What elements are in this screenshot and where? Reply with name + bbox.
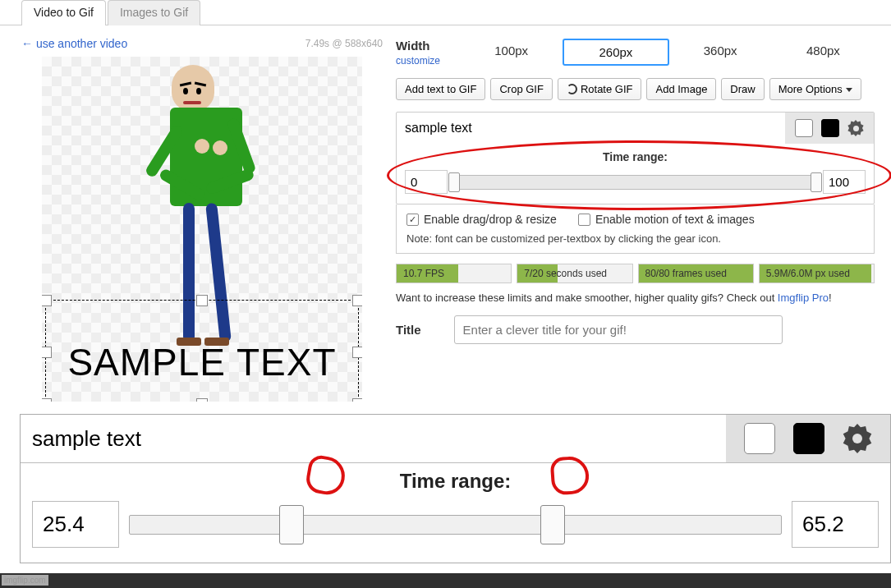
promo-text: Want to increase these limits and make s…: [396, 292, 875, 304]
time-range-label: Time range:: [405, 150, 866, 163]
zoom-color-tools: [726, 415, 890, 462]
resize-handle[interactable]: [42, 398, 52, 402]
crop-gif-button[interactable]: Crop GIF: [490, 78, 552, 100]
use-another-video-link[interactable]: ← use another video: [21, 37, 127, 50]
source-dimensions-label: 7.49s @ 588x640: [305, 38, 383, 49]
bottom-bar: [0, 573, 891, 588]
rotate-label: Rotate GIF: [581, 83, 633, 95]
range-start-handle[interactable]: [448, 172, 460, 192]
tab-video-to-gif[interactable]: Video to Gif: [21, 0, 106, 25]
frames-stat: 80/80 frames used: [638, 264, 754, 283]
zoom-range-label: Time range:: [32, 470, 879, 493]
range-end-handle[interactable]: [811, 172, 822, 192]
resize-handle[interactable]: [42, 347, 52, 358]
tab-bar: Video to Gif Images to Gif: [21, 0, 891, 25]
add-text-button[interactable]: Add text to GIF: [396, 78, 485, 100]
stats-row: 10.7 FPS 7/20 seconds used 80/80 frames …: [396, 264, 875, 283]
imgflip-pro-link[interactable]: Imgflip Pro: [778, 292, 829, 304]
checkbox-icon: [578, 214, 590, 226]
zoom-range-start-input[interactable]: [32, 501, 119, 548]
text-color-tools: [785, 113, 874, 144]
resize-handle[interactable]: [352, 295, 362, 306]
resize-handle[interactable]: [196, 295, 208, 306]
zoom-caption-input[interactable]: [21, 415, 726, 462]
gear-icon[interactable]: [847, 120, 864, 136]
seconds-stat: 7/20 seconds used: [517, 264, 632, 283]
motion-label: Enable motion of text & images: [595, 213, 755, 226]
width-label: Width: [396, 39, 430, 53]
zoom-outline-color-swatch[interactable]: [793, 423, 824, 454]
title-label: Title: [396, 323, 421, 337]
gear-icon[interactable]: [843, 424, 872, 453]
zoom-time-range-block: Time range:: [21, 463, 890, 563]
gif-preview[interactable]: SAMPLE TEXT: [42, 57, 362, 402]
zoom-start-handle[interactable]: [279, 505, 304, 544]
zoom-range-end-input[interactable]: [792, 501, 879, 548]
zoom-end-handle[interactable]: [540, 505, 565, 544]
zoom-detail-panel: Time range:: [20, 414, 891, 563]
action-toolbar: Add text to GIF Crop GIF Rotate GIF Add …: [396, 78, 875, 100]
enable-motion-checkbox[interactable]: Enable motion of text & images: [578, 213, 755, 226]
time-range-start-input[interactable]: [405, 170, 448, 194]
zoom-text-color-swatch[interactable]: [744, 423, 775, 454]
enable-drag-checkbox[interactable]: ✓Enable drag/drop & resize: [406, 213, 557, 226]
width-option-260[interactable]: 260px: [563, 39, 668, 66]
width-option-480[interactable]: 480px: [772, 39, 875, 66]
outline-color-swatch[interactable]: [821, 119, 839, 137]
resize-handle[interactable]: [352, 398, 362, 402]
more-label: More Options: [778, 83, 843, 95]
width-option-100[interactable]: 100px: [460, 39, 563, 66]
text-overlay-box[interactable]: SAMPLE TEXT: [45, 300, 359, 402]
drag-label: Enable drag/drop & resize: [424, 213, 557, 226]
tab-images-to-gif[interactable]: Images to Gif: [108, 0, 200, 25]
zoom-range-slider[interactable]: [129, 515, 782, 535]
resize-handle[interactable]: [196, 398, 208, 402]
draw-button[interactable]: Draw: [721, 78, 764, 100]
watermark: imgflip.com: [2, 575, 48, 586]
rotate-icon: [567, 84, 577, 94]
fps-stat: 10.7 FPS: [396, 264, 512, 283]
width-option-360[interactable]: 360px: [669, 39, 772, 66]
width-customize-link[interactable]: customize: [396, 55, 440, 67]
title-input[interactable]: [454, 315, 783, 344]
caption-text-input[interactable]: [397, 113, 785, 143]
options-block: ✓Enable drag/drop & resize Enable motion…: [396, 204, 875, 254]
caret-down-icon: [846, 88, 852, 92]
px-stat: 5.9M/6.0M px used: [759, 264, 875, 283]
rotate-gif-button[interactable]: Rotate GIF: [558, 78, 642, 100]
text-color-swatch[interactable]: [795, 119, 813, 137]
time-range-block: Time range:: [397, 144, 874, 204]
add-image-button[interactable]: Add Image: [646, 78, 716, 100]
checkbox-icon: ✓: [406, 214, 419, 226]
font-note: Note: font can be customized per-textbox…: [406, 232, 864, 245]
resize-handle[interactable]: [352, 347, 362, 358]
time-range-slider[interactable]: [454, 175, 816, 190]
overlay-sample-text: SAMPLE TEXT: [46, 340, 358, 384]
text-settings-block: Time range:: [396, 112, 875, 204]
resize-handle[interactable]: [42, 295, 52, 306]
more-options-button[interactable]: More Options: [769, 78, 861, 100]
time-range-end-input[interactable]: [823, 170, 866, 194]
